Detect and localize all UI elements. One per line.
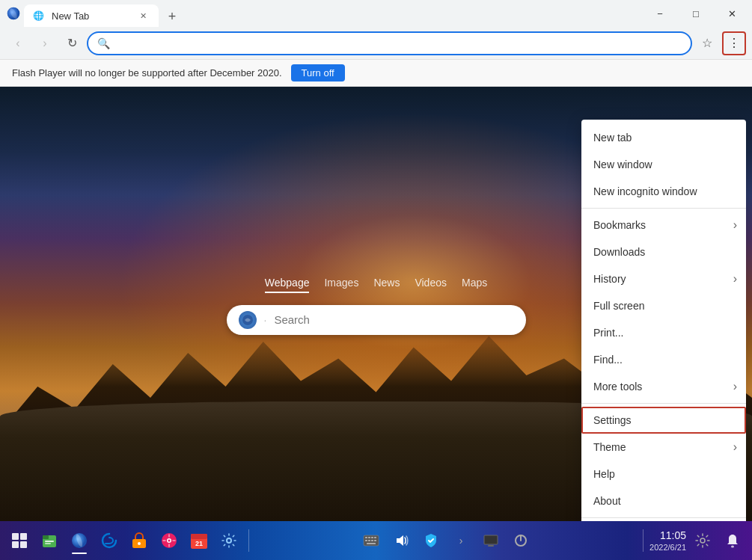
taskbar-settings[interactable] — [215, 527, 242, 554]
search-tabs: Webpage Images News Videos Maps — [265, 274, 487, 293]
taskbar-calendar[interactable]: 21 — [186, 527, 213, 554]
taskbar-chevron[interactable]: › — [447, 527, 474, 554]
tab-close-button[interactable]: ✕ — [136, 9, 150, 22]
taskbar-browser[interactable] — [66, 527, 93, 554]
taskbar-sound[interactable] — [388, 527, 415, 554]
bullet-separator: · — [264, 314, 267, 326]
svg-rect-19 — [191, 534, 207, 539]
taskbar-edge[interactable] — [96, 527, 123, 554]
browser-frame: 🌐 New Tab ✕ + − □ ✕ ‹ › ↻ 🔍 ☆ ⋮ Flash Pl… — [0, 0, 752, 560]
search-tab-webpage[interactable]: Webpage — [265, 274, 310, 293]
svg-point-37 — [731, 546, 734, 548]
flash-message: Flash Player will no longer be supported… — [12, 67, 282, 79]
svg-point-21 — [227, 538, 231, 543]
menu-button[interactable]: ⋮ — [722, 31, 746, 55]
taskbar-music[interactable] — [156, 527, 183, 554]
menu-item-bookmarks[interactable]: Bookmarks — [581, 212, 746, 239]
bookmark-button[interactable]: ☆ — [695, 31, 719, 55]
search-tab-maps[interactable]: Maps — [462, 274, 487, 293]
menu-item-fullscreen-label: Full screen — [593, 300, 644, 312]
menu-item-find[interactable]: Find... — [581, 346, 746, 373]
minimize-button[interactable]: − — [643, 1, 677, 25]
flash-notification-bar: Flash Player will no longer be supported… — [0, 60, 752, 87]
menu-item-history[interactable]: History — [581, 265, 746, 292]
menu-item-settings-label: Settings — [593, 414, 632, 426]
menu-item-help-label: Help — [593, 468, 615, 480]
address-input[interactable] — [116, 37, 682, 49]
tab-title: New Tab — [52, 10, 130, 22]
svg-rect-29 — [371, 540, 373, 541]
svg-rect-25 — [371, 537, 373, 538]
taskbar: 21 — [0, 521, 752, 560]
taskbar-screen[interactable] — [477, 527, 504, 554]
new-tab-button[interactable]: + — [162, 6, 183, 27]
menu-item-print[interactable]: Print... — [581, 319, 746, 346]
taskbar-power[interactable] — [507, 527, 534, 554]
active-tab[interactable]: 🌐 New Tab ✕ — [24, 4, 159, 27]
menu-divider-2 — [581, 403, 746, 404]
search-tab-news[interactable]: News — [373, 274, 400, 293]
close-button[interactable]: ✕ — [715, 1, 749, 25]
svg-point-36 — [700, 538, 705, 543]
taskbar-notification[interactable] — [719, 527, 746, 554]
address-bar[interactable]: 🔍 — [87, 31, 692, 55]
menu-item-new-window-label: New window — [593, 159, 652, 170]
svg-rect-33 — [488, 545, 494, 547]
menu-item-downloads-label: Downloads — [593, 246, 645, 258]
taskbar-store[interactable] — [126, 527, 153, 554]
menu-item-history-label: History — [593, 273, 626, 285]
system-time[interactable]: 11:05 2022/6/21 — [649, 529, 686, 553]
svg-rect-31 — [367, 543, 376, 544]
taskbar-gear[interactable] — [689, 527, 716, 554]
svg-rect-24 — [368, 537, 370, 538]
taskbar-system-icons: › — [255, 527, 637, 554]
svg-rect-26 — [374, 537, 376, 538]
menu-item-fullscreen[interactable]: Full screen — [581, 292, 746, 319]
menu-item-downloads[interactable]: Downloads — [581, 239, 746, 265]
svg-point-17 — [168, 540, 171, 542]
search-container: Webpage Images News Videos Maps · — [189, 274, 563, 335]
search-box[interactable]: · — [227, 305, 526, 335]
maximize-button[interactable]: □ — [679, 1, 713, 25]
menu-item-more-tools[interactable]: More tools — [581, 373, 746, 400]
dropdown-menu: New tab New window New incognito window … — [581, 120, 746, 521]
menu-item-about-label: About — [593, 495, 621, 507]
menu-item-settings[interactable]: Settings — [581, 407, 746, 434]
search-tab-images[interactable]: Images — [324, 274, 358, 293]
turn-off-button[interactable]: Turn off — [291, 64, 345, 81]
window-controls: − □ ✕ — [643, 1, 749, 25]
menu-item-more-tools-label: More tools — [593, 381, 642, 393]
reload-button[interactable]: ↻ — [60, 31, 84, 55]
menu-item-new-window[interactable]: New window — [581, 151, 746, 178]
taskbar-start[interactable] — [6, 527, 33, 554]
main-content: Webpage Images News Videos Maps · — [0, 87, 752, 521]
taskbar-divider-1 — [248, 529, 249, 552]
menu-item-about[interactable]: About — [581, 487, 746, 514]
forward-button[interactable]: › — [33, 31, 57, 55]
menu-item-new-incognito[interactable]: New incognito window — [581, 178, 746, 205]
svg-rect-23 — [365, 537, 367, 538]
taskbar-files[interactable] — [36, 527, 63, 554]
svg-rect-4 — [20, 533, 27, 540]
back-button[interactable]: ‹ — [6, 31, 30, 55]
svg-rect-3 — [12, 533, 19, 540]
svg-rect-6 — [20, 541, 27, 548]
menu-item-print-label: Print... — [593, 327, 623, 339]
menu-item-new-tab[interactable]: New tab — [581, 124, 746, 151]
taskbar-keyboard[interactable] — [358, 527, 385, 554]
time-display: 11:05 — [649, 529, 686, 542]
menu-item-new-incognito-label: New incognito window — [593, 185, 697, 197]
svg-text:21: 21 — [195, 540, 203, 547]
svg-rect-10 — [45, 543, 51, 544]
menu-item-help[interactable]: Help — [581, 461, 746, 487]
svg-rect-32 — [484, 535, 498, 544]
search-icon: 🔍 — [97, 37, 110, 49]
browser-logo — [3, 3, 24, 24]
search-tab-videos[interactable]: Videos — [415, 274, 447, 293]
search-input[interactable] — [274, 313, 513, 326]
navigation-bar: ‹ › ↻ 🔍 ☆ ⋮ — [0, 27, 752, 60]
taskbar-shield[interactable] — [418, 527, 444, 554]
menu-item-find-label: Find... — [593, 354, 623, 366]
menu-item-theme-label: Theme — [593, 441, 626, 453]
menu-item-theme[interactable]: Theme — [581, 434, 746, 461]
